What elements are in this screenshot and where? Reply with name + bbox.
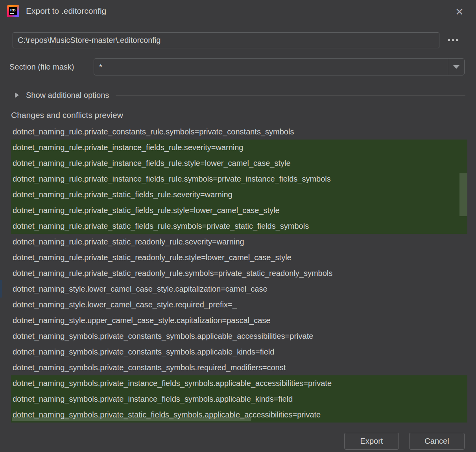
rider-logo-icon: RD: [7, 5, 19, 17]
horizontal-scrollbar-thumb[interactable]: [12, 417, 251, 421]
dialog-title: Export to .editorconfig: [26, 6, 106, 16]
config-line[interactable]: dotnet_naming_symbols.private_constants_…: [11, 328, 467, 344]
ellipsis-dot: [452, 39, 454, 41]
config-line[interactable]: dotnet_naming_symbols.private_constants_…: [11, 344, 467, 360]
combobox-dropdown-button[interactable]: [448, 59, 464, 75]
config-line[interactable]: dotnet_naming_symbols.private_constants_…: [11, 360, 467, 375]
config-line[interactable]: dotnet_naming_rule.private_static_fields…: [11, 202, 467, 218]
config-line[interactable]: dotnet_naming_rule.private_instance_fiel…: [11, 171, 467, 187]
export-editorconfig-dialog: RD Export to .editorconfig ✕ Section (fi…: [0, 0, 476, 452]
config-line[interactable]: dotnet_naming_style.lower_camel_case_sty…: [11, 281, 467, 297]
close-icon[interactable]: ✕: [452, 4, 467, 20]
export-button[interactable]: Export: [344, 433, 399, 450]
config-line[interactable]: dotnet_naming_rule.private_static_readon…: [11, 265, 467, 281]
config-line[interactable]: dotnet_naming_rule.private_static_readon…: [11, 234, 467, 250]
separator-line: [116, 95, 465, 96]
title-bar: RD Export to .editorconfig ✕: [0, 0, 476, 24]
window-edge-accent: [0, 280, 2, 298]
cancel-button[interactable]: Cancel: [409, 433, 465, 450]
config-line[interactable]: dotnet_naming_rule.private_static_fields…: [11, 218, 467, 234]
collapsed-triangle-icon: [15, 92, 19, 98]
file-mask-value: *: [94, 62, 448, 72]
changes-preview-heading: Changes and conflicts preview: [11, 110, 123, 120]
rider-logo-underscore: [10, 13, 14, 14]
config-line[interactable]: dotnet_naming_rule.private_static_readon…: [11, 250, 467, 265]
rider-logo-text: RD: [10, 9, 16, 12]
vertical-scrollbar-thumb[interactable]: [459, 173, 467, 216]
browse-ellipsis-button[interactable]: [446, 36, 459, 44]
config-line[interactable]: dotnet_naming_rule.private_instance_fiel…: [11, 140, 467, 155]
ellipsis-dot: [448, 39, 450, 41]
config-line[interactable]: dotnet_naming_symbols.private_instance_f…: [11, 375, 467, 391]
file-mask-combobox[interactable]: *: [94, 58, 465, 75]
ellipsis-dot: [456, 39, 458, 41]
section-row: Section (file mask) *: [9, 58, 465, 75]
changes-list: dotnet_naming_rule.private_constants_rul…: [11, 124, 467, 423]
editorconfig-path-input[interactable]: [13, 32, 439, 48]
config-line[interactable]: dotnet_naming_rule.private_static_fields…: [11, 187, 467, 202]
footer: Export Cancel: [0, 433, 476, 450]
config-line[interactable]: dotnet_naming_style.upper_camel_case_sty…: [11, 312, 467, 328]
config-line[interactable]: dotnet_naming_style.lower_camel_case_sty…: [11, 297, 467, 312]
show-additional-options-label: Show additional options: [26, 91, 109, 100]
show-additional-options-toggle[interactable]: Show additional options: [15, 90, 465, 100]
config-line[interactable]: dotnet_naming_rule.private_constants_rul…: [11, 124, 467, 140]
section-file-mask-label: Section (file mask): [9, 62, 94, 72]
config-line[interactable]: dotnet_naming_rule.private_instance_fiel…: [11, 155, 467, 171]
path-row: [13, 32, 463, 48]
chevron-down-icon: [453, 65, 459, 69]
config-line[interactable]: dotnet_naming_symbols.private_instance_f…: [11, 391, 467, 407]
